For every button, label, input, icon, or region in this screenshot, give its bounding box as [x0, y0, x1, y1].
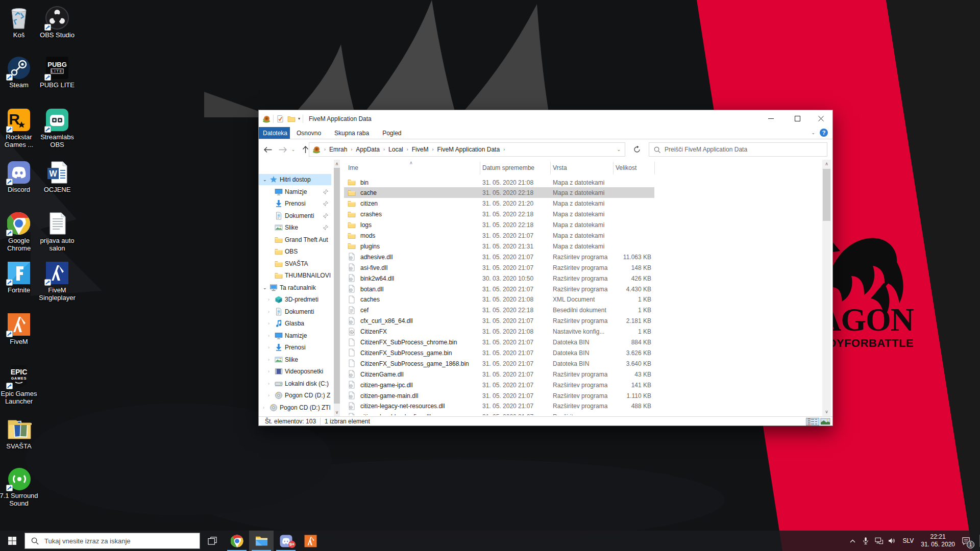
desktop-icon-epic-games-launcher[interactable]: EPICGAMESEpic Games Launcher: [0, 365, 39, 405]
file-row-asi-five-dll[interactable]: asi-five.dll31. 05. 2020 21:07Razširitev…: [344, 262, 654, 273]
qat-properties-icon[interactable]: [276, 115, 284, 123]
tree-expand-icon[interactable]: ⌄: [263, 177, 267, 182]
tree-expand-icon[interactable]: ›: [268, 369, 273, 374]
tree-item-dokumenti[interactable]: Dokumenti: [259, 210, 331, 221]
file-row-logs[interactable]: logs31. 05. 2020 22:18Mapa z datotekami: [344, 219, 654, 230]
file-row-citizen-game-ipc-dll[interactable]: citizen-game-ipc.dll31. 05. 2020 21:07Ra…: [344, 380, 654, 390]
breadcrumb-item[interactable]: FiveM: [412, 146, 429, 153]
tree-item-hitri-dostop[interactable]: ⌄Hitri dostop: [259, 174, 331, 185]
tree-item-prenosi[interactable]: Prenosi: [259, 198, 331, 209]
network-icon[interactable]: [873, 531, 885, 551]
search-box[interactable]: Preišči FiveM Application Data: [649, 142, 827, 157]
microphone-icon[interactable]: [860, 531, 871, 551]
ribbon-expand-icon[interactable]: ⌄: [811, 130, 815, 135]
tree-item-grand-theft-aut[interactable]: Grand Theft Aut: [259, 234, 331, 245]
tree-expand-icon[interactable]: ⌄: [263, 285, 267, 290]
desktop-icon-obs-studio[interactable]: OBS Studio: [37, 6, 78, 39]
desktop-icon-pubg-lite[interactable]: PUBGLITEPUBG LITE: [37, 56, 78, 89]
desktop-icon-surround-sound[interactable]: 7.1 Surround Sound: [0, 467, 39, 507]
file-row-cache[interactable]: cache31. 05. 2020 22:18Mapa z datotekami: [344, 187, 654, 198]
tab-osnovno[interactable]: Osnovno: [290, 127, 328, 139]
taskbar-app-chrome[interactable]: [225, 531, 249, 551]
file-row-bink2w64-dll[interactable]: bink2w64.dll30. 03. 2020 10:50Razširitev…: [344, 273, 654, 284]
tree-item-thumbnailovi[interactable]: THUMBNAILOVI: [259, 270, 331, 281]
desktop-icon-steam[interactable]: Steam: [0, 56, 39, 89]
desktop-icon-svasta-folder[interactable]: SVAŠTA: [0, 417, 39, 450]
desktop-icon-google-chrome[interactable]: Google Chrome: [0, 212, 39, 252]
tree-expand-icon[interactable]: ›: [268, 309, 273, 314]
file-row-crashes[interactable]: crashes31. 05. 2020 22:18Mapa z datoteka…: [344, 209, 654, 219]
qat-customize-icon[interactable]: ▾: [298, 116, 300, 121]
tree-expand-icon[interactable]: ›: [268, 321, 273, 326]
desktop-icon-recycle-bin[interactable]: Koš: [0, 6, 39, 39]
desktop-icon-fortnite[interactable]: Fortnite: [0, 261, 39, 294]
sidebar-scroll-up-icon[interactable]: ∧: [333, 160, 341, 168]
clock[interactable]: 22:21 31. 05. 2020: [921, 533, 955, 548]
desktop-icon-rockstar-games[interactable]: RRockstar Games ...: [0, 108, 39, 148]
file-row-botan-dll[interactable]: botan.dll31. 05. 2020 21:07Razširitev pr…: [344, 284, 654, 294]
file-row-plugins[interactable]: plugins31. 05. 2020 21:31Mapa z datoteka…: [344, 241, 654, 252]
file-row-cef[interactable]: cef31. 05. 2020 22:18Besedilni dokument1…: [344, 305, 654, 315]
column-header-size[interactable]: Velikost: [616, 164, 636, 171]
desktop-icon-ocjene[interactable]: WOCJENE: [37, 161, 78, 193]
file-row-cfx-curl-x86-64-dll[interactable]: cfx_curl_x86_64.dll31. 05. 2020 21:07Raz…: [344, 315, 654, 326]
desktop-icon-fivem[interactable]: FiveM: [0, 313, 39, 345]
tree-expand-icon[interactable]: ›: [268, 393, 273, 398]
tab-datoteka[interactable]: Datoteka: [259, 127, 290, 139]
tree-item-namizje[interactable]: ›Namizje: [259, 330, 331, 341]
language-indicator[interactable]: SLV: [902, 537, 914, 544]
help-icon[interactable]: ?: [820, 129, 828, 137]
column-header-name[interactable]: Ime: [348, 164, 358, 171]
notification-center-icon[interactable]: 1: [959, 531, 973, 551]
task-view-button[interactable]: [200, 531, 225, 551]
tree-item-namizje[interactable]: Namizje: [259, 186, 331, 197]
tree-item-obs[interactable]: OBS: [259, 246, 331, 257]
sidebar-scroll-down-icon[interactable]: ∨: [333, 408, 341, 416]
breadcrumb-item[interactable]: Local: [388, 146, 403, 153]
breadcrumb-item[interactable]: AppData: [356, 146, 380, 153]
taskbar-app-discord[interactable]: 9+: [274, 531, 298, 551]
file-row-citizenfx-subprocess-game-1868-bin[interactable]: CitizenFX_SubProcess_game_1868.bin31. 05…: [344, 358, 654, 369]
tree-item-ta-ra-unalnik[interactable]: ⌄Ta računalnik: [259, 282, 331, 293]
file-row-citizen-legacy-net-resources-dll[interactable]: citizen-legacy-net-resources.dll31. 05. …: [344, 400, 654, 411]
tree-item-glasba[interactable]: ›Glasba: [259, 318, 331, 329]
tree-item-prenosi[interactable]: ›Prenosi: [259, 342, 331, 353]
taskbar-app-fivem[interactable]: [298, 531, 323, 551]
tree-item-3d-predmeti[interactable]: ›3D-predmeti: [259, 294, 331, 305]
tab-pogled[interactable]: Pogled: [376, 127, 408, 139]
desktop-icon-discord[interactable]: Discord: [0, 161, 39, 193]
tree-item-pogon-cd-d-z[interactable]: ›Pogon CD (D:) Z: [259, 390, 331, 401]
desktop-icon-fivem-singleplayer[interactable]: FiveM Singleplayer: [37, 261, 78, 302]
tree-item-pogon-cd-d-ztl[interactable]: ›Pogon CD (D:) ZTl: [259, 402, 331, 413]
close-button[interactable]: [809, 111, 832, 127]
details-view-button[interactable]: [806, 418, 819, 425]
file-row-caches[interactable]: caches31. 05. 2020 21:08XML Document1 KB: [344, 294, 654, 305]
scroll-up-icon[interactable]: ∧: [822, 160, 831, 168]
forward-button[interactable]: [276, 143, 289, 156]
tree-expand-icon[interactable]: ›: [268, 345, 273, 350]
tree-item-sva-ta[interactable]: SVAŠTA: [259, 258, 331, 269]
back-button[interactable]: [261, 143, 275, 156]
file-row-bin[interactable]: bin31. 05. 2020 21:08Mapa z datotekami: [344, 177, 654, 188]
tree-item-slike[interactable]: Slike: [259, 222, 331, 233]
tray-chevron-icon[interactable]: [847, 531, 858, 551]
tree-item-videoposnetki[interactable]: ›Videoposnetki: [259, 366, 331, 377]
maximize-button[interactable]: [786, 111, 809, 127]
tree-item-lokalni-disk-c-[interactable]: ›Lokalni disk (C:): [259, 378, 331, 389]
tree-expand-icon[interactable]: ›: [268, 357, 273, 362]
file-scrollbar-thumb[interactable]: [823, 169, 830, 221]
desktop-icon-prijava-auto-salon[interactable]: prijava auto salon: [37, 212, 78, 252]
scroll-down-icon[interactable]: ∨: [822, 408, 831, 416]
file-row-citizen-level-loader-five-dll[interactable]: citizen-level-loader-five.dll31. 05. 202…: [344, 411, 654, 415]
file-row-citizenfx-subprocess-chrome-bin[interactable]: CitizenFX_SubProcess_chrome.bin31. 05. 2…: [344, 337, 654, 347]
tab-skupna-raba[interactable]: Skupna raba: [328, 127, 376, 139]
refresh-button[interactable]: [629, 142, 645, 157]
tree-expand-icon[interactable]: ›: [268, 333, 273, 338]
column-header-date[interactable]: Datum spremembe: [482, 164, 534, 171]
minimize-button[interactable]: [759, 111, 782, 127]
recent-locations-icon[interactable]: ⌄: [289, 143, 297, 156]
file-row-citizenfx-subprocess-game-bin[interactable]: CitizenFX_SubProcess_game.bin31. 05. 202…: [344, 347, 654, 358]
volume-icon[interactable]: [887, 531, 898, 551]
tree-expand-icon[interactable]: ›: [268, 381, 273, 386]
start-button[interactable]: [0, 531, 24, 551]
